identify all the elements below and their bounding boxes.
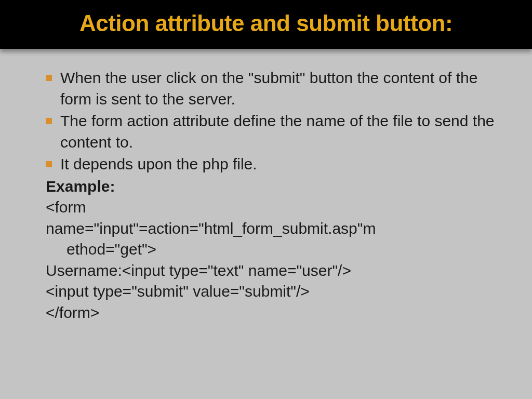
- bullet-item: When the user click on the "submit" butt…: [46, 68, 496, 110]
- code-line: <input type="submit" value="submit"/>: [46, 281, 496, 302]
- slide-content: When the user click on the "submit" butt…: [0, 49, 532, 323]
- code-line: <form: [46, 197, 496, 218]
- title-bar: Action attribute and submit button:: [0, 0, 532, 49]
- code-line: Username:<input type="text" name="user"/…: [46, 260, 496, 282]
- bullet-item: It depends upon the php file.: [46, 154, 496, 175]
- code-line: name="input"=action="html_form_submit.as…: [46, 218, 496, 240]
- code-line: ethod="get">: [46, 239, 496, 260]
- slide: Action attribute and submit button: When…: [0, 0, 532, 399]
- bullet-item: The form action attribute define the nam…: [46, 111, 496, 153]
- example-label: Example:: [46, 176, 496, 197]
- code-line: </form>: [46, 302, 496, 324]
- slide-title: Action attribute and submit button:: [0, 10, 532, 36]
